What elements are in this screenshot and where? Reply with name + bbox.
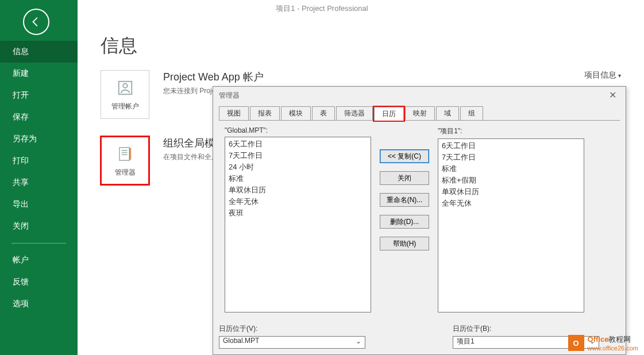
list-item[interactable]: 7天工作日 <box>226 150 369 161</box>
tile-label: 管理帐户 <box>111 102 139 111</box>
dialog-tab[interactable]: 组 <box>460 106 483 120</box>
organizer-tile[interactable]: 管理器 <box>101 136 149 185</box>
project-calendar-listbox[interactable]: 6天工作日7天工作日标准标准+假期单双休日历全年无休 <box>438 138 584 312</box>
dialog-tab[interactable]: 模块 <box>281 106 311 120</box>
list-item[interactable]: 标准+假期 <box>439 175 583 186</box>
sidebar-item[interactable]: 选项 <box>0 293 78 315</box>
svg-point-1 <box>123 84 128 88</box>
right-list-label: "项目1": <box>438 126 584 136</box>
list-item[interactable]: 6天工作日 <box>439 140 583 152</box>
global-calendar-listbox[interactable]: 6天工作日7天工作日24 小时标准单双休日历全年无休夜班 <box>225 137 371 312</box>
dialog-tabs: 视图报表模块表筛选器日历映射域组 <box>213 104 626 120</box>
backstage-sidebar: 信息新建打开保存另存为打印共享导出关闭 帐户反馈选项 <box>0 0 78 355</box>
dialog-tab[interactable]: 筛选器 <box>336 106 373 120</box>
left-combo-label: 日历位于(V): <box>219 324 386 334</box>
manage-account-tile[interactable]: 管理帐户 <box>101 70 149 119</box>
back-button[interactable] <box>23 9 49 35</box>
sidebar-item[interactable]: 共享 <box>0 172 78 194</box>
window-title: 项目1 - Project Professional <box>0 0 644 17</box>
list-item[interactable]: 单双休日历 <box>439 186 583 198</box>
section-heading: Project Web App 帐户 <box>163 70 264 84</box>
list-item[interactable]: 标准 <box>439 163 583 175</box>
sidebar-separator <box>11 243 66 244</box>
sidebar-item[interactable]: 导出 <box>0 194 78 215</box>
close-button[interactable]: 关闭 <box>380 171 429 185</box>
list-item[interactable]: 标准 <box>226 173 369 184</box>
section-desc: 在项目文件和全局 <box>163 152 218 162</box>
list-item[interactable]: 夜班 <box>226 207 369 219</box>
help-button[interactable]: 帮助(H) <box>380 237 429 250</box>
delete-button[interactable]: 删除(D)... <box>380 215 429 229</box>
organizer-dialog: 管理器 ✕ 视图报表模块表筛选器日历映射域组 "Global.MPT": 6天工… <box>213 86 626 355</box>
sidebar-item[interactable]: 关闭 <box>0 215 78 237</box>
list-item[interactable]: 全年无休 <box>226 196 369 207</box>
dialog-tab[interactable]: 表 <box>312 106 335 120</box>
sidebar-item[interactable]: 打印 <box>0 150 78 172</box>
dialog-tab[interactable]: 映射 <box>405 106 435 120</box>
dialog-tab[interactable]: 域 <box>436 106 459 120</box>
account-icon <box>115 78 136 98</box>
sidebar-item[interactable]: 另存为 <box>0 128 78 150</box>
sidebar-item[interactable]: 新建 <box>0 63 78 84</box>
dialog-close-button[interactable]: ✕ <box>606 87 620 104</box>
sidebar-item[interactable]: 打开 <box>0 84 78 106</box>
list-item[interactable]: 6天工作日 <box>226 138 369 150</box>
watermark-logo-icon: O <box>568 335 584 351</box>
watermark: O Office教程网 www.office26.com <box>562 331 644 355</box>
tile-label: 管理器 <box>115 168 136 178</box>
watermark-url: www.office26.com <box>588 345 638 352</box>
list-item[interactable]: 单双休日历 <box>226 184 369 196</box>
dialog-tab[interactable]: 视图 <box>219 106 249 120</box>
list-item[interactable]: 7天工作日 <box>439 152 583 163</box>
left-list-label: "Global.MPT": <box>225 126 371 134</box>
section-heading: 组织全局模 <box>163 136 218 150</box>
arrow-left-icon <box>30 16 43 28</box>
organizer-icon <box>115 144 136 164</box>
dialog-tab[interactable]: 报表 <box>250 106 280 120</box>
dialog-titlebar: 管理器 ✕ <box>213 87 626 104</box>
left-location-combo[interactable]: Global.MPT <box>219 336 365 349</box>
sidebar-item[interactable]: 保存 <box>0 106 78 128</box>
sidebar-item[interactable]: 反馈 <box>0 271 78 293</box>
dialog-tab[interactable]: 日历 <box>374 107 404 121</box>
svg-rect-2 <box>119 148 130 161</box>
list-item[interactable]: 24 小时 <box>226 161 369 173</box>
sidebar-item[interactable]: 信息 <box>0 41 78 63</box>
watermark-brand: Office教程网 <box>588 334 638 345</box>
rename-button[interactable]: 重命名(N)... <box>380 193 429 207</box>
copy-button[interactable]: << 复制(C) <box>380 149 429 163</box>
project-info-dropdown[interactable]: 项目信息 <box>584 70 621 80</box>
list-item[interactable]: 全年无休 <box>439 198 583 209</box>
sidebar-item[interactable]: 帐户 <box>0 249 78 271</box>
page-title: 信息 <box>101 33 644 59</box>
dialog-title-text: 管理器 <box>219 87 240 104</box>
